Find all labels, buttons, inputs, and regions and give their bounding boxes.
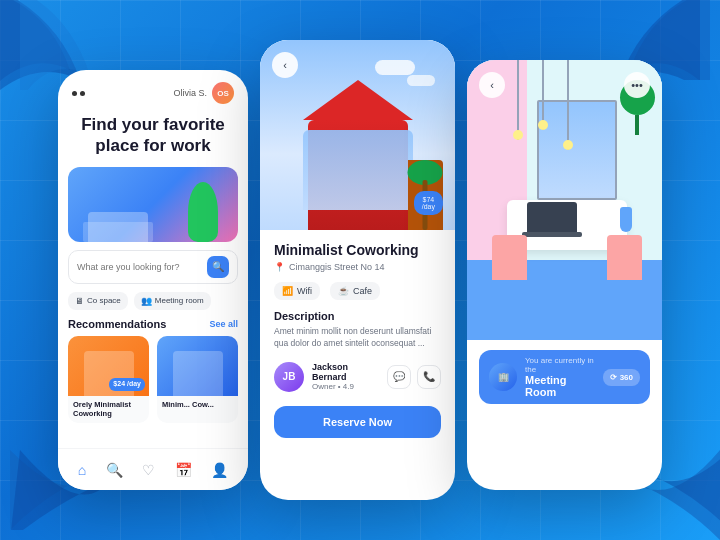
- phone2-location: 📍 Cimanggis Street No 14: [274, 262, 441, 272]
- plant-stem: [635, 115, 639, 135]
- owner-actions: 💬 📞: [387, 365, 441, 389]
- phone2-content: Minimalist Coworking 📍 Cimanggis Street …: [260, 230, 455, 450]
- owner-avatar: JB: [274, 362, 304, 392]
- card1-price-badge: $24 /day: [109, 378, 145, 390]
- card1-info: Orely Minimalist Coworking: [68, 396, 149, 424]
- phone1-avatar: OS: [212, 82, 234, 104]
- more-icon: •••: [631, 79, 643, 91]
- nav-calendar-icon[interactable]: 📅: [175, 462, 192, 478]
- bulb-1: [513, 130, 523, 140]
- phone1-tags: 🖥 Co space 👥 Meeting room: [58, 292, 248, 318]
- owner-name: Jackson Bernard: [312, 362, 379, 382]
- amenity-cafe: ☕ Cafe: [330, 282, 380, 300]
- call-button[interactable]: 📞: [417, 365, 441, 389]
- lamp-2: [542, 60, 544, 130]
- card2-image: [157, 336, 238, 396]
- room-chair-2: [607, 235, 642, 280]
- room-vase: [620, 207, 632, 232]
- nav-search-icon[interactable]: 🔍: [106, 462, 123, 478]
- phone2-place-name: Minimalist Coworking: [274, 242, 441, 258]
- message-button[interactable]: 💬: [387, 365, 411, 389]
- description-text: Amet minim mollit non deserunt ullamsfat…: [274, 326, 441, 350]
- phone1-card-2[interactable]: Minim... Cow...: [157, 336, 238, 424]
- phones-container: Olivia S. OS Find your favorite place fo…: [48, 20, 672, 520]
- phone1-hero-image: [68, 167, 238, 242]
- room-window: [537, 100, 617, 200]
- back-arrow-icon: ‹: [283, 59, 287, 71]
- view-360-button[interactable]: ⟳ 360: [603, 369, 640, 386]
- phone1-search-bar[interactable]: 🔍: [68, 250, 238, 284]
- phone1-cards: $24 /day Orely Minimalist Coworking Mini…: [58, 336, 248, 424]
- lamp-3: [567, 60, 569, 150]
- phone2-hero: ‹ $74 /day: [260, 40, 455, 230]
- phone1-search-button[interactable]: 🔍: [207, 256, 229, 278]
- phone-2: ‹ $74 /day Minimalist Coworking 📍 Cimang…: [260, 40, 455, 500]
- room-badge-text: You are currently in the Meeting Room: [525, 356, 595, 398]
- view-360-label: 360: [620, 373, 633, 382]
- phone1-dots: [72, 91, 85, 96]
- amenity-wifi: 📶 Wifi: [274, 282, 320, 300]
- phone3-hero: ‹ •••: [467, 60, 662, 340]
- room-name-label: Meeting Room: [525, 374, 595, 398]
- card2-building: [173, 351, 223, 396]
- phone2-amenities: 📶 Wifi ☕ Cafe: [274, 282, 441, 300]
- phone1-recommendations-header: Recommendations See all: [58, 318, 248, 336]
- phone2-back-button[interactable]: ‹: [272, 52, 298, 78]
- phone1-user: Olivia S. OS: [173, 82, 234, 104]
- cospace-icon: 🖥: [75, 296, 84, 306]
- phone1-tag-meeting[interactable]: 👥 Meeting room: [134, 292, 211, 310]
- building-glass: [303, 130, 413, 210]
- phone1-search-input[interactable]: [77, 262, 202, 272]
- card2-name: Minim... Cow...: [162, 400, 233, 410]
- phone1-card-1[interactable]: $24 /day Orely Minimalist Coworking: [68, 336, 149, 424]
- phone2-owner: JB Jackson Bernard Owner • 4.9 💬 📞: [274, 362, 441, 392]
- card1-image: $24 /day: [68, 336, 149, 396]
- nav-home-icon[interactable]: ⌂: [78, 462, 86, 478]
- see-all-button[interactable]: See all: [209, 319, 238, 329]
- phone3-back-arrow-icon: ‹: [490, 79, 494, 91]
- reserve-now-button[interactable]: Reserve Now: [274, 406, 441, 438]
- phone1-tree-illustration: [188, 182, 218, 242]
- nav-user-icon[interactable]: 👤: [211, 462, 228, 478]
- hero-cloud-1: [375, 60, 415, 75]
- phone1-title: Find your favorite place for work: [58, 108, 248, 167]
- phone1-chair-illustration: [83, 222, 153, 242]
- card2-info: Minim... Cow...: [157, 396, 238, 414]
- room-badge-avatar: 🏢: [489, 363, 517, 391]
- phone3-content: 🏢 You are currently in the Meeting Room …: [467, 340, 662, 422]
- owner-info: Jackson Bernard Owner • 4.9: [312, 362, 379, 391]
- currently-in-label: You are currently in the: [525, 356, 595, 374]
- room-laptop-base: [522, 232, 582, 237]
- nav-heart-icon[interactable]: ♡: [142, 462, 155, 478]
- phone1-header: Olivia S. OS: [58, 70, 248, 108]
- phone3-more-button[interactable]: •••: [624, 72, 650, 98]
- description-title: Description: [274, 310, 441, 322]
- room-chair-1: [492, 235, 527, 280]
- phone2-address: Cimanggis Street No 14: [289, 262, 385, 272]
- bulb-3: [563, 140, 573, 150]
- owner-role: Owner • 4.9: [312, 382, 379, 391]
- phone2-price-tag: $74 /day: [414, 191, 443, 215]
- meeting-label: Meeting room: [155, 296, 204, 305]
- phone-1: Olivia S. OS Find your favorite place fo…: [58, 70, 248, 490]
- phone1-username: Olivia S.: [173, 88, 207, 98]
- phone1-bottom-nav: ⌂ 🔍 ♡ 📅 👤: [58, 448, 248, 490]
- wifi-icon: 📶: [282, 286, 293, 296]
- room-laptop: [527, 202, 577, 232]
- phone-3: ‹ ••• 🏢 You are currently in the Meeting…: [467, 60, 662, 490]
- recommendations-title: Recommendations: [68, 318, 166, 330]
- cafe-icon: ☕: [338, 286, 349, 296]
- lamp-1: [517, 60, 519, 140]
- cospace-label: Co space: [87, 296, 121, 305]
- meeting-icon: 👥: [141, 296, 152, 306]
- card1-name: Orely Minimalist Coworking: [73, 400, 144, 420]
- bulb-2: [538, 120, 548, 130]
- building-roof: [303, 80, 413, 120]
- location-pin-icon: 📍: [274, 262, 285, 272]
- room-badge: 🏢 You are currently in the Meeting Room …: [479, 350, 650, 404]
- view-360-icon: ⟳: [610, 373, 617, 382]
- phone1-tag-cospace[interactable]: 🖥 Co space: [68, 292, 128, 310]
- phone3-back-button[interactable]: ‹: [479, 72, 505, 98]
